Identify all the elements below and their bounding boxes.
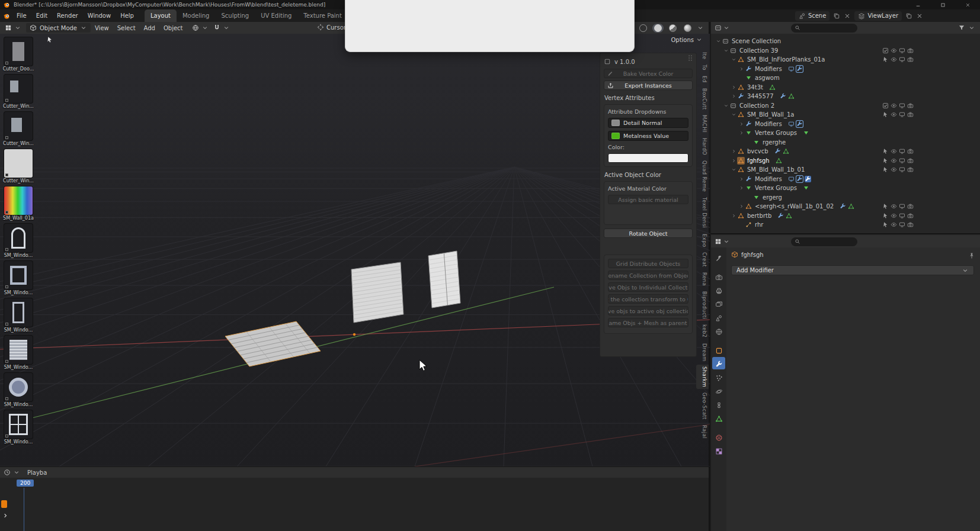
asset-thumbnail[interactable] [4,224,33,252]
outliner-row[interactable]: bertbrtb [711,211,980,221]
export-instances-button[interactable]: Export Instances [604,81,693,90]
rename-collection-from-object-button[interactable]: Rename Collection from Object [608,271,688,280]
camera-toggle-icon[interactable] [907,213,914,219]
sidebar-tab-to[interactable]: To [696,63,709,72]
asset-item[interactable]: SM_Windo... [1,298,36,333]
cursor-toggle-icon[interactable] [882,203,889,210]
asset-thumbnail[interactable] [4,186,33,215]
outliner-searchbox[interactable] [791,24,857,33]
playhead[interactable] [24,488,24,531]
sidebar-tab-texel-densi[interactable]: Texel Densi [696,195,709,230]
frame-start-marker[interactable] [1,500,7,508]
properties-tab-output[interactable] [712,284,725,296]
expander-icon[interactable] [730,85,737,90]
expand-icon[interactable] [2,512,9,519]
properties-tab-constraints[interactable] [712,398,725,410]
timeline-track[interactable]: 200 [0,478,709,531]
current-frame-badge[interactable]: 200 [17,479,34,487]
asset-item[interactable]: Cutter_Doo... [1,37,36,72]
menu-window[interactable]: Window [83,9,116,22]
properties-tab-texture[interactable] [712,444,725,456]
camera-toggle-icon[interactable] [907,111,914,118]
camera-toggle-icon[interactable] [907,221,914,228]
add-modifier-button[interactable]: Add Modifier [731,265,974,275]
properties-tab-object[interactable] [712,343,725,356]
monitor-toggle-icon[interactable] [899,102,905,109]
sidebar-tab-sharkm[interactable]: Sharkm [696,365,709,389]
outliner-row[interactable]: Collection 39 [711,46,980,56]
sidebar-tab-biproducti[interactable]: Biproducti [696,289,709,321]
expander-icon[interactable] [730,213,737,218]
asset-thumbnail[interactable] [4,37,33,66]
outliner-row[interactable]: 34t3t [711,83,980,92]
monitor-toggle-icon[interactable] [899,148,905,155]
eye-toggle-icon[interactable] [891,111,897,118]
workspace-tab-texture-paint[interactable]: Texture Paint [297,9,348,22]
properties-tab-render[interactable] [712,270,725,282]
asset-thumbnail[interactable] [4,112,33,140]
eye-toggle-icon[interactable] [891,213,897,219]
pivot-point-dropdown[interactable]: Cursor [317,24,346,31]
expander-icon[interactable] [730,158,737,163]
properties-search-input[interactable] [803,239,846,244]
sidebar-tab-ite[interactable]: Ite [696,50,709,61]
asset-item[interactable]: SM_Wall_01a [1,186,36,221]
shading-dropdown-icon[interactable] [697,24,704,31]
asset-item[interactable]: Cutter_Win... [1,112,36,146]
camera-toggle-icon[interactable] [907,157,914,164]
cursor-toggle-icon[interactable] [882,157,889,164]
sidebar-tab-geo-scatt[interactable]: Geo-Scatt [696,391,709,421]
shading-rendered[interactable] [682,24,693,33]
asset-thumbnail[interactable] [4,75,33,103]
sidebar-tab-machi[interactable]: MACHI [696,113,709,134]
expander-icon[interactable] [738,130,745,136]
outliner-row[interactable]: <sergh<s_rWall_1b_01_02 [711,202,980,211]
expander-icon[interactable] [730,167,737,172]
monitor-toggle-icon[interactable] [899,111,905,118]
viewport-3d[interactable]: Object Mode ViewSelectAddObject Cursor [0,22,710,466]
eye-toggle-icon[interactable] [891,157,897,164]
expander-icon[interactable] [738,176,745,182]
outliner-type-button[interactable] [715,24,730,31]
properties-searchbox[interactable] [791,237,857,246]
unlink-scene-icon[interactable] [844,12,851,20]
eye-toggle-icon[interactable] [891,166,897,173]
outliner-row[interactable]: SM_Bld_Wall_1b_01 [711,165,980,175]
sidebar-tab-boxcutt[interactable]: BoxCutt [696,86,709,112]
asset-item[interactable]: SM_Windo... [1,373,36,407]
cursor-toggle-icon[interactable] [882,56,889,63]
checkbox-toggle-icon[interactable] [882,47,889,54]
monitor-toggle-icon[interactable] [899,166,905,173]
viewport-menu-object[interactable]: Object [159,22,187,34]
expander-icon[interactable] [738,121,745,127]
monitor-toggle-icon[interactable] [899,157,905,164]
asset-thumbnail[interactable] [4,410,33,439]
monitor-toggle-icon[interactable] [899,213,905,219]
outliner-row[interactable]: Scene Collection [711,37,980,46]
outliner-row[interactable]: Modifiers [711,65,980,74]
asset-thumbnail[interactable] [4,336,33,364]
expander-icon[interactable] [722,48,729,53]
menu-edit[interactable]: Edit [31,9,52,22]
assign-basic-material-button[interactable]: Assign basic material [608,195,688,204]
sidebar-tab-expo[interactable]: Expo [696,232,709,249]
asset-item[interactable]: Cutter_Win... [1,75,36,109]
menu-render[interactable]: Render [52,9,83,22]
cursor-toggle-icon[interactable] [882,166,889,173]
new-scene-icon[interactable] [833,12,840,20]
eye-toggle-icon[interactable] [891,221,897,228]
viewport-menu-view[interactable]: View [91,22,113,34]
properties-tab-data[interactable] [712,411,725,424]
blender-menu-icon[interactable] [3,12,10,20]
workspace-tab-layout[interactable]: Layout [145,9,177,22]
camera-toggle-icon[interactable] [907,166,914,173]
cursor-toggle-icon[interactable] [882,111,889,118]
outliner-row[interactable]: rhr [711,220,980,230]
expander-icon[interactable] [730,112,737,117]
move-objs-to-active-obj-collectiong-button[interactable]: Move objs to active obj collectiong [608,306,688,316]
sidebar-tab-rajal[interactable]: Rajal [696,423,709,440]
eye-toggle-icon[interactable] [891,203,897,210]
properties-tab-modifiers[interactable] [712,357,725,369]
properties-tab-material[interactable] [712,430,725,443]
menu-help[interactable]: Help [116,9,139,22]
